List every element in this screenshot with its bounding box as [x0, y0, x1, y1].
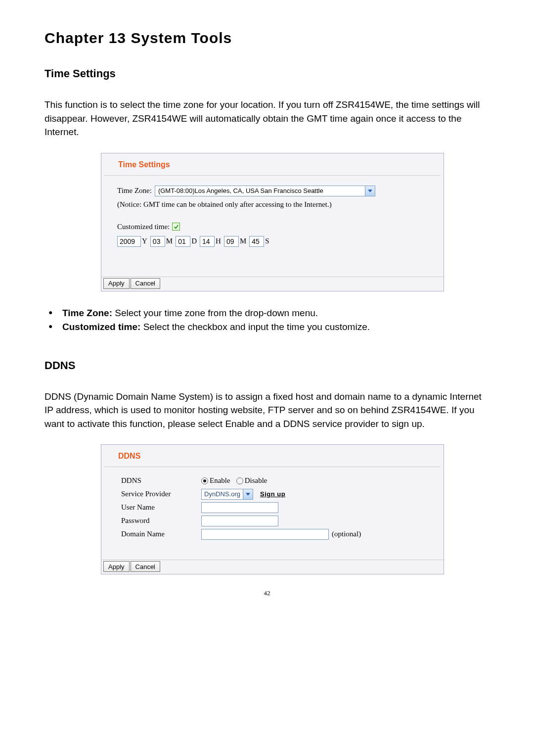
- ddns-panel: DDNS DDNS Enable Disable Service Provide…: [101, 444, 444, 574]
- time-bullet-list: Time Zone: Select your time zone from th…: [44, 306, 490, 334]
- username-input[interactable]: [201, 502, 278, 513]
- custom-time-label: Customized time:: [117, 223, 170, 231]
- day-input[interactable]: 01: [176, 236, 190, 247]
- signup-link[interactable]: Sign up: [260, 490, 285, 498]
- month-lbl: M: [166, 237, 175, 245]
- minute-input[interactable]: 09: [224, 236, 239, 247]
- hour-lbl: H: [216, 237, 223, 245]
- bullet-term: Customized time:: [62, 322, 140, 332]
- section-time-heading: Time Settings: [44, 67, 490, 80]
- chevron-down-icon[interactable]: [365, 186, 375, 196]
- hour-input[interactable]: 14: [200, 236, 215, 247]
- chapter-title: Chapter 13 System Tools: [44, 30, 490, 47]
- enable-text: Enable: [210, 476, 230, 485]
- gmt-notice: (Notice: GMT time can be obtained only a…: [117, 200, 428, 209]
- section-ddns-heading: DDNS: [44, 359, 490, 372]
- timezone-select[interactable]: (GMT-08:00)Los Angeles, CA, USA San Fran…: [155, 186, 375, 196]
- list-item: Time Zone: Select your time zone from th…: [44, 306, 490, 321]
- provider-select[interactable]: DynDNS.org: [201, 489, 253, 500]
- timezone-select-value: (GMT-08:00)Los Angeles, CA, USA San Fran…: [155, 186, 365, 196]
- month-input[interactable]: 03: [150, 236, 165, 247]
- panel-title: Time Settings: [101, 153, 444, 175]
- bullet-desc: Select the checkbox and input the time y…: [140, 322, 370, 332]
- time-paragraph: This function is to select the time zone…: [44, 98, 490, 139]
- bullet-desc: Select your time zone from the drop-down…: [112, 308, 318, 318]
- password-label: Password: [121, 517, 201, 525]
- ddns-label: DDNS: [121, 476, 201, 485]
- apply-button[interactable]: Apply: [103, 561, 130, 572]
- disable-radio[interactable]: [236, 477, 243, 484]
- year-lbl: Y: [142, 237, 149, 245]
- year-input[interactable]: 2009: [117, 236, 141, 247]
- bullet-term: Time Zone:: [62, 308, 112, 318]
- panel-title: DDNS: [101, 445, 444, 467]
- provider-value: DynDNS.org: [201, 489, 243, 500]
- chevron-down-icon[interactable]: [243, 489, 253, 500]
- ddns-paragraph: DDNS (Dynamic Domain Name System) is to …: [44, 390, 490, 431]
- second-lbl: S: [265, 237, 271, 245]
- domain-label: Domain Name: [121, 530, 201, 538]
- cancel-button[interactable]: Cancel: [131, 561, 160, 572]
- apply-button[interactable]: Apply: [103, 278, 130, 289]
- list-item: Customized time: Select the checkbox and…: [44, 320, 490, 334]
- enable-radio[interactable]: [201, 477, 208, 484]
- username-label: User Name: [121, 503, 201, 512]
- custom-time-checkbox[interactable]: [172, 223, 180, 231]
- password-input[interactable]: [201, 516, 278, 526]
- timezone-label: Time Zone:: [117, 187, 152, 195]
- page-number: 42: [44, 589, 490, 597]
- optional-text: (optional): [332, 530, 361, 538]
- provider-label: Service Provider: [121, 490, 201, 498]
- day-lbl: D: [191, 237, 199, 245]
- second-input[interactable]: 45: [249, 236, 264, 247]
- cancel-button[interactable]: Cancel: [131, 278, 160, 289]
- minute-lbl: M: [240, 237, 248, 245]
- time-settings-panel: Time Settings Time Zone: (GMT-08:00)Los …: [101, 153, 444, 291]
- domain-input[interactable]: [201, 529, 329, 540]
- disable-text: Disable: [245, 476, 267, 485]
